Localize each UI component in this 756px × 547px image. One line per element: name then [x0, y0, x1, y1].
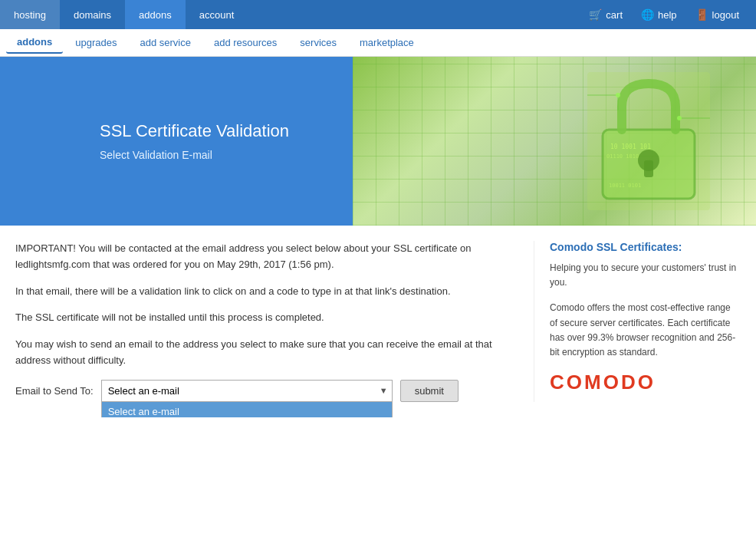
sidebar-text2: Comodo offers the most cost-effective ra… [550, 301, 741, 360]
dropdown-option-label: Select an e-mail [108, 406, 179, 417]
content-right: Comodo SSL Certificates: Helping you to … [534, 241, 741, 402]
paragraph-important: IMPORTANT! You will be contacted at the … [15, 241, 518, 273]
subnav-upgrades[interactable]: upgrades [64, 32, 127, 53]
nav-hosting[interactable]: hosting [0, 0, 60, 29]
dropdown-option-select[interactable]: Select an e-mail [102, 402, 392, 417]
cart-label: cart [606, 9, 623, 21]
paragraph-email-info: In that email, there will be a validatio… [15, 284, 518, 300]
hero-banner: SSL Certificate Validation Select Valida… [0, 57, 756, 226]
help-link[interactable]: 🌐 help [633, 8, 685, 21]
subnav-addons[interactable]: addons [6, 31, 63, 54]
email-dropdown: Select an e-mail pw-96737da6cd 08858@pri… [101, 402, 393, 417]
email-select[interactable]: Select an e-mail pw-96737da6cd — 08858@p… [101, 380, 393, 402]
logout-label: logout [712, 9, 739, 21]
svg-point-10 [616, 93, 620, 97]
subnav-add-service[interactable]: add service [129, 32, 201, 53]
hero-subtitle: Select Validation E-mail [100, 149, 353, 161]
lock-illustration: 10 1001 101 01110 1010 10011 0101 [587, 72, 710, 210]
subnav-services[interactable]: services [289, 32, 347, 53]
svg-text:10 1001 101: 10 1001 101 [610, 143, 651, 150]
svg-text:01110 1010: 01110 1010 [606, 153, 639, 160]
svg-text:10011 0101: 10011 0101 [609, 183, 641, 189]
subnav-marketplace[interactable]: marketplace [349, 32, 425, 53]
comodo-logo: COMODO [550, 371, 741, 394]
paragraph-install-note: The SSL certificate will not be installe… [15, 310, 518, 326]
cart-link[interactable]: 🛒 cart [581, 8, 630, 21]
logout-icon: 🚪 [695, 8, 708, 21]
content-left: IMPORTANT! You will be contacted at the … [15, 241, 518, 402]
nav-addons[interactable]: addons [125, 0, 186, 29]
submit-button[interactable]: submit [400, 380, 459, 402]
hero-title: SSL Certificate Validation [100, 121, 353, 141]
sidebar-text1: Helping you to secure your customers' tr… [550, 261, 741, 290]
top-nav-right: 🛒 cart 🌐 help 🚪 logout [581, 0, 756, 29]
nav-domains[interactable]: domains [60, 0, 125, 29]
logout-link[interactable]: 🚪 logout [688, 8, 747, 21]
svg-rect-3 [644, 160, 653, 177]
sub-nav: addons upgrades add service add resource… [0, 29, 756, 57]
main-content: IMPORTANT! You will be contacted at the … [0, 226, 756, 417]
cart-icon: 🛒 [589, 8, 602, 21]
svg-point-11 [677, 116, 682, 120]
nav-account[interactable]: account [186, 0, 248, 29]
top-nav: hosting domains addons account 🛒 cart 🌐 … [0, 0, 756, 29]
top-nav-left: hosting domains addons account [0, 0, 581, 29]
sidebar-title: Comodo SSL Certificates: [550, 241, 741, 253]
email-label: Email to Send To: [15, 385, 94, 397]
email-form-row: Email to Send To: Select an e-mail pw-96… [15, 380, 518, 402]
subnav-add-resources[interactable]: add resources [203, 32, 288, 53]
paragraph-suggestion: You may wish to send an email to the add… [15, 337, 518, 369]
hero-image: 10 1001 101 01110 1010 10011 0101 [353, 57, 756, 226]
email-select-wrapper: Select an e-mail pw-96737da6cd — 08858@p… [101, 380, 393, 402]
hero-left: SSL Certificate Validation Select Valida… [0, 57, 353, 226]
help-label: help [658, 9, 677, 21]
help-icon: 🌐 [641, 8, 654, 21]
